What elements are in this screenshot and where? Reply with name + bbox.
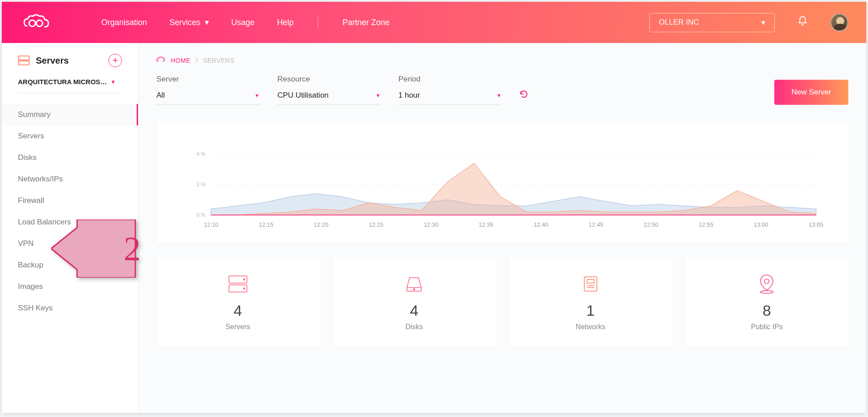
stats-row: 4Servers4Disks1Networks8Public IPs <box>156 257 848 347</box>
stat-servers[interactable]: 4Servers <box>156 257 320 347</box>
svg-point-0 <box>29 20 35 26</box>
svg-text:12:55: 12:55 <box>699 221 713 228</box>
nav-label: Partner Zone <box>342 18 389 27</box>
org-dropdown[interactable]: OLLER INC ▾ <box>649 13 775 32</box>
svg-text:12:30: 12:30 <box>424 221 439 228</box>
filter-period-select[interactable]: 1 hour ▼ <box>398 91 501 105</box>
topbar: Organisation Services▾ Usage Help Partne… <box>2 2 866 43</box>
org-selected: OLLER INC <box>659 18 699 27</box>
stat-label: Networks <box>518 323 663 331</box>
servers-icon <box>18 56 30 65</box>
sidebar-menu: SummaryServersDisksNetworks/IPsFirewallL… <box>2 104 138 319</box>
svg-text:12:40: 12:40 <box>534 221 548 228</box>
stat-label: Disks <box>342 323 487 331</box>
filter-resource-label: Resource <box>277 75 380 84</box>
svg-point-5 <box>20 63 21 64</box>
breadcrumb: HOME / SERVERS <box>156 56 848 64</box>
networks-icon <box>518 273 663 295</box>
refresh-button[interactable] <box>519 90 528 100</box>
stat-value: 1 <box>518 302 663 319</box>
sidebar-org-select[interactable]: ARQUITECTURA MICROS… ▼ <box>2 78 138 93</box>
stat-value: 4 <box>342 302 487 319</box>
servers-icon <box>165 273 311 295</box>
svg-text:12:50: 12:50 <box>644 221 659 228</box>
stat-value: 8 <box>695 302 840 319</box>
filter-controls: Server All ▼ Resource CPU Utilisation ▼ … <box>156 75 848 105</box>
nav-label: Help <box>277 18 294 27</box>
sidebar-item-servers[interactable]: Servers <box>2 125 138 147</box>
cloud-icon <box>156 56 165 64</box>
nav-partner-zone[interactable]: Partner Zone <box>342 16 389 29</box>
caret-down-icon: ▼ <box>497 93 501 98</box>
stat-label: Servers <box>165 323 311 331</box>
stat-value: 4 <box>165 302 311 319</box>
svg-text:13:00: 13:00 <box>754 221 769 228</box>
caret-down-icon: ▾ <box>205 17 209 27</box>
new-server-button[interactable]: New Server <box>774 80 848 105</box>
stat-disks[interactable]: 4Disks <box>333 257 496 347</box>
svg-rect-31 <box>584 277 597 291</box>
svg-point-1 <box>36 20 43 26</box>
nav-services[interactable]: Services▾ <box>169 16 209 29</box>
svg-text:12:45: 12:45 <box>589 221 604 228</box>
breadcrumb-current: SERVERS <box>203 57 234 64</box>
filter-server-select[interactable]: All ▼ <box>156 91 259 105</box>
svg-point-27 <box>243 279 245 280</box>
svg-point-35 <box>764 279 769 284</box>
add-button[interactable]: + <box>108 54 122 67</box>
sidebar-org-label: ARQUITECTURA MICROS… <box>18 78 107 86</box>
sidebar-item-disks[interactable]: Disks <box>2 147 138 168</box>
divider <box>18 93 122 93</box>
nav-organisation[interactable]: Organisation <box>101 16 147 29</box>
sidebar-item-summary[interactable]: Summary <box>2 104 138 125</box>
svg-rect-32 <box>587 279 594 283</box>
caret-down-icon: ▼ <box>111 79 116 85</box>
sidebar-title: Servers <box>36 56 69 66</box>
svg-text:13:05: 13:05 <box>809 221 824 228</box>
filter-server-label: Server <box>156 75 259 84</box>
nav-label: Organisation <box>101 18 147 27</box>
filter-resource-select[interactable]: CPU Utilisation ▼ <box>277 91 380 105</box>
brand-logo[interactable] <box>20 13 52 31</box>
svg-text:12:35: 12:35 <box>479 221 493 228</box>
svg-text:12:20: 12:20 <box>314 221 328 228</box>
main-content: HOME / SERVERS Server All ▼ Resource CPU… <box>138 43 866 413</box>
caret-down-icon: ▾ <box>761 18 765 27</box>
breadcrumb-sep: / <box>196 57 198 64</box>
stat-label: Public IPs <box>695 323 840 331</box>
notifications-icon[interactable] <box>797 16 808 29</box>
sidebar-item-images[interactable]: Images <box>2 276 138 297</box>
svg-point-36 <box>760 291 773 293</box>
filter-value: CPU Utilisation <box>277 91 328 100</box>
sidebar-item-ssh-keys[interactable]: SSH Keys <box>2 297 138 319</box>
svg-text:4 %: 4 % <box>196 151 206 157</box>
stat-networks[interactable]: 1Networks <box>509 257 672 347</box>
disks-icon <box>342 273 487 295</box>
caret-down-icon: ▼ <box>376 93 380 98</box>
nav-divider <box>318 16 318 29</box>
caret-down-icon: ▼ <box>255 93 259 98</box>
chart-card: 0 %2 %4 %12:1012:1512:2012:2512:3012:351… <box>156 121 848 244</box>
annotation-number: 2 <box>103 219 161 278</box>
filter-period-label: Period <box>398 75 501 84</box>
sidebar-item-networks-ips[interactable]: Networks/IPs <box>2 168 138 190</box>
nav-usage[interactable]: Usage <box>231 16 255 29</box>
svg-point-30 <box>414 289 415 290</box>
filter-value: 1 hour <box>398 91 420 100</box>
cpu-chart: 0 %2 %4 %12:1012:1512:2012:2512:3012:351… <box>174 134 830 233</box>
stat-public-ips[interactable]: 8Public IPs <box>686 257 849 347</box>
svg-point-28 <box>243 288 245 289</box>
publicips-icon <box>695 273 840 295</box>
filter-value: All <box>156 91 165 100</box>
svg-text:0 %: 0 % <box>196 212 206 218</box>
top-nav: Organisation Services▾ Usage Help Partne… <box>101 16 389 29</box>
nav-help[interactable]: Help <box>277 16 294 29</box>
svg-text:12:15: 12:15 <box>259 221 273 228</box>
avatar[interactable] <box>830 13 848 31</box>
svg-text:12:25: 12:25 <box>369 221 384 228</box>
svg-point-4 <box>20 58 21 59</box>
svg-text:2 %: 2 % <box>196 181 206 188</box>
breadcrumb-home[interactable]: HOME <box>171 57 190 64</box>
sidebar-item-firewall[interactable]: Firewall <box>2 190 138 211</box>
nav-label: Usage <box>231 18 255 27</box>
